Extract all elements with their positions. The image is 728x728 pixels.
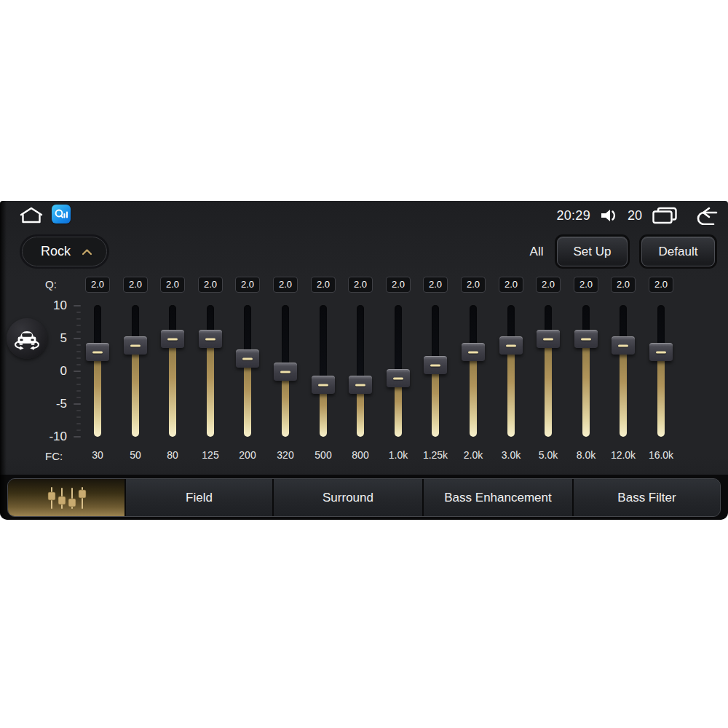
equalizer-sliders-icon (44, 486, 89, 510)
axis-label-10: 10 (32, 298, 67, 314)
tab-bass-filter[interactable]: Bass Filter (572, 479, 720, 516)
eq-band: 2.080 (154, 277, 191, 467)
preset-dropdown[interactable]: Rock (22, 237, 107, 266)
slider-handle[interactable] (199, 330, 222, 348)
slider-handle[interactable] (649, 343, 673, 361)
eq-band: 2.08.0k (567, 277, 605, 467)
setup-button[interactable]: Set Up (557, 237, 628, 266)
q-value-box[interactable]: 2.0 (536, 277, 561, 293)
q-value-box[interactable]: 2.0 (423, 277, 448, 293)
axis-label-neg10: -10 (32, 429, 67, 445)
slider-handle[interactable] (236, 349, 259, 368)
q-value-box[interactable]: 2.0 (160, 277, 185, 293)
q-value-box[interactable]: 2.0 (273, 277, 298, 293)
slider-handle[interactable] (312, 376, 335, 394)
slider-handle[interactable] (612, 336, 635, 355)
slider-track-active (94, 352, 101, 437)
slider-track-active (432, 365, 439, 437)
tab-field[interactable]: Field (124, 479, 272, 516)
slider-track-active (132, 345, 139, 437)
tab-label: Surround (323, 491, 373, 505)
q-value-box[interactable]: 2.0 (311, 277, 336, 293)
slider-handle[interactable] (574, 330, 598, 348)
slider-track-active (470, 352, 477, 437)
eq-band: 2.0500 (304, 277, 342, 467)
eq-band: 2.02.0k (454, 277, 492, 467)
slider-track-active (244, 358, 251, 437)
q-value-box[interactable]: 2.0 (611, 277, 636, 293)
default-button[interactable]: Default (641, 237, 715, 266)
eq-band: 2.030 (79, 277, 116, 467)
slider-track-active (169, 339, 176, 437)
slider-track-active (657, 352, 665, 437)
q-value-box[interactable]: 2.0 (499, 277, 523, 293)
q-value-box[interactable]: 2.0 (235, 277, 260, 293)
tab-equalizer[interactable] (8, 479, 124, 516)
slider-handle[interactable] (462, 343, 485, 361)
slider-track-active (582, 339, 590, 437)
slider-handle[interactable] (124, 336, 147, 355)
car-sound-field-icon (12, 325, 42, 352)
tab-label: Bass Enhancement (444, 491, 551, 505)
q-value-box[interactable]: 2.0 (386, 277, 411, 293)
slider-handle[interactable] (537, 330, 560, 348)
clock: 20:29 (556, 208, 590, 223)
tabbar: FieldSurroundBass EnhancementBass Filter (7, 478, 721, 517)
home-icon[interactable] (17, 206, 45, 225)
axis-label-neg5: -5 (32, 396, 67, 412)
eq-band: 2.01.25k (416, 277, 454, 467)
slider-handle[interactable] (387, 369, 410, 387)
q-value-box[interactable]: 2.0 (123, 277, 148, 293)
preset-label: Rock (41, 244, 71, 259)
slider-handle[interactable] (161, 330, 184, 348)
eq-band: 2.050 (116, 277, 154, 467)
tab-label: Bass Filter (617, 491, 676, 505)
eq-band: 2.016.0k (642, 277, 680, 467)
q-row-label: Q: (45, 277, 70, 293)
q-value-box[interactable]: 2.0 (85, 277, 110, 293)
equalizer-screen: 20:29 20 R (0, 201, 728, 520)
sound-field-button[interactable] (7, 318, 47, 359)
eq-band: 2.0320 (266, 277, 304, 467)
slider-track-active (545, 339, 552, 437)
slider-handle[interactable] (86, 343, 109, 361)
volume-icon[interactable] (600, 207, 618, 223)
slider-handle[interactable] (499, 336, 523, 355)
tabbar-strip: FieldSurroundBass EnhancementBass Filter (0, 475, 728, 520)
tab-surround[interactable]: Surround (272, 479, 422, 516)
slider-track-active (282, 371, 289, 437)
slider-handle[interactable] (349, 376, 372, 394)
volume-level: 20 (628, 208, 642, 223)
slider-track-active (207, 339, 214, 437)
axis-label-0: 0 (32, 363, 67, 379)
q-value-box[interactable]: 2.0 (198, 277, 223, 293)
tab-bass-enhancement[interactable]: Bass Enhancement (422, 479, 572, 516)
eq-band: 2.0125 (191, 277, 229, 467)
q-value-box[interactable]: 2.0 (461, 277, 486, 293)
eq-band: 2.012.0k (604, 277, 642, 467)
tab-label: Field (186, 491, 213, 505)
fc-row-label: FC: (45, 448, 70, 464)
chevron-up-icon (82, 248, 92, 256)
eq-band: 2.0800 (341, 277, 379, 467)
equalizer-app-icon[interactable] (52, 205, 71, 223)
eq-band: 2.01.0k (379, 277, 417, 467)
slider-handle[interactable] (424, 356, 447, 374)
recent-apps-icon[interactable] (652, 207, 678, 225)
device-photo-background: 20:29 20 R (0, 0, 728, 728)
q-value-box[interactable]: 2.0 (574, 277, 598, 293)
back-icon[interactable] (692, 206, 719, 225)
eq-band: 2.05.0k (529, 277, 567, 467)
slider-track-active (507, 345, 515, 437)
freq-label: 16.0k (636, 449, 686, 461)
all-channels-toggle[interactable]: All (521, 243, 552, 261)
q-value-box[interactable]: 2.0 (348, 277, 373, 293)
eq-band: 2.03.0k (492, 277, 530, 467)
eq-band: 2.0200 (229, 277, 266, 467)
slider-handle[interactable] (274, 363, 297, 381)
slider-track-active (620, 345, 627, 437)
q-value-box[interactable]: 2.0 (649, 277, 673, 293)
